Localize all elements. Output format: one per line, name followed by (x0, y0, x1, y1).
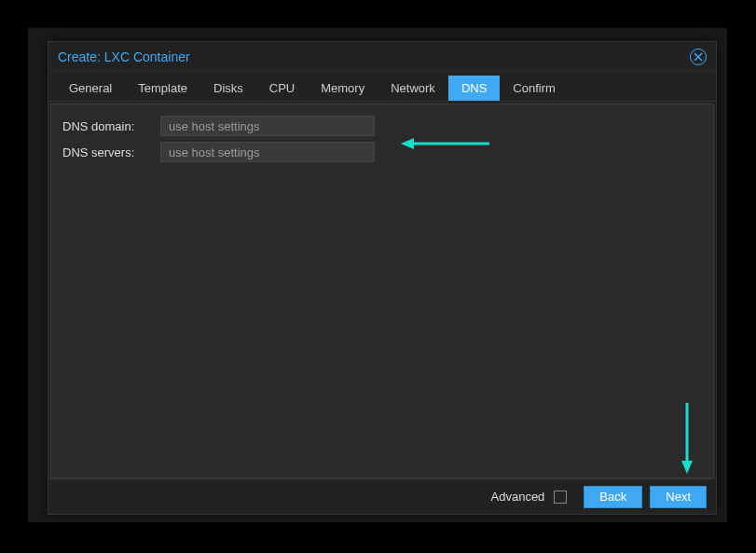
next-button[interactable]: Next (650, 486, 707, 508)
close-icon[interactable] (690, 48, 707, 65)
create-container-dialog: Create: LXC Container General Template D… (48, 41, 717, 515)
tab-content: DNS domain: DNS servers: (50, 104, 714, 478)
dns-domain-row: DNS domain: (62, 116, 702, 136)
advanced-label: Advanced (491, 490, 545, 504)
dns-servers-label: DNS servers: (62, 145, 160, 159)
dns-domain-input[interactable] (160, 116, 375, 136)
dns-domain-label: DNS domain: (62, 119, 160, 133)
tab-template[interactable]: Template (125, 76, 200, 101)
advanced-checkbox[interactable] (554, 491, 567, 504)
dialog-title: Create: LXC Container (58, 49, 190, 64)
tab-cpu[interactable]: CPU (256, 76, 308, 101)
dialog-footer: Advanced Back Next (48, 478, 716, 514)
tab-bar: General Template Disks CPU Memory Networ… (48, 72, 716, 102)
tab-confirm[interactable]: Confirm (500, 76, 569, 101)
dns-servers-input[interactable] (160, 142, 375, 162)
tab-memory[interactable]: Memory (308, 76, 378, 101)
tab-disks[interactable]: Disks (200, 76, 256, 101)
tab-dns[interactable]: DNS (448, 76, 500, 101)
back-button[interactable]: Back (584, 486, 642, 508)
tab-network[interactable]: Network (378, 76, 448, 101)
dialog-header: Create: LXC Container (48, 42, 716, 72)
tab-general[interactable]: General (56, 76, 125, 101)
dns-servers-row: DNS servers: (62, 142, 702, 162)
